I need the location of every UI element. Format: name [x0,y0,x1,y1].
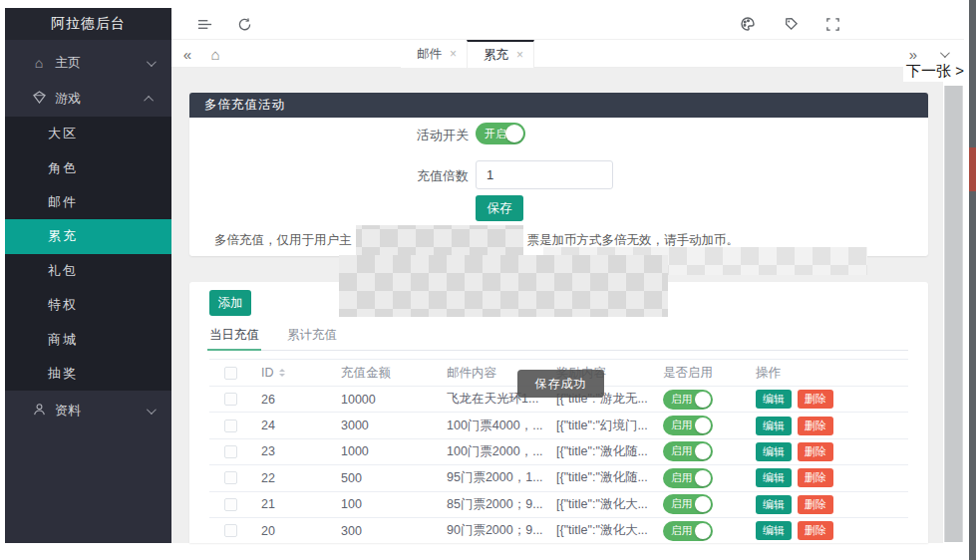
table-row: 2110085门票2000；9...[{"title":"激化大...启用编辑删… [209,492,908,518]
collapse-tabs-icon[interactable]: « [175,40,199,68]
sidebar-subitem[interactable]: 礼包 [5,254,171,288]
reward-cell: [{"title":"幻境门... [546,418,658,434]
edit-button[interactable]: 编辑 [756,495,792,514]
edit-button[interactable]: 编辑 [756,442,792,461]
edit-button[interactable]: 编辑 [756,417,792,435]
toast-message: 保存成功 [517,370,604,398]
sidebar-item-label: 主页 [55,54,81,72]
sidebar-subitem[interactable]: 抽奖 [5,357,171,391]
row-checkbox-cell [209,524,251,537]
toggle-state-label: 启用 [663,393,692,407]
sidebar-subitem[interactable]: 邮件 [5,185,171,219]
delete-button[interactable]: 删除 [798,417,833,435]
multiplier-field-label: 充值倍数 [379,167,469,185]
col-header-amount: 充值金额 [331,365,437,382]
mail-cell: 85门票2000；9... [437,496,546,513]
recharge-list-panel: 添加 当日充值累计充值 ID 充值金额 邮件内容 奖励内容 是否启用 操作 26… [189,282,928,543]
toggle-state-label: 启用 [663,444,692,458]
amount-cell: 10000 [331,393,437,407]
sidebar-item-profile[interactable]: 资料 [5,393,171,428]
enabled-toggle[interactable]: 启用 [663,521,713,541]
viewer-next-image[interactable]: 下一张 > [903,61,967,82]
row-checkbox[interactable] [224,420,237,432]
actions-cell: 编辑删除 [746,495,908,514]
delete-button[interactable]: 删除 [798,521,833,540]
table-row: 2030090门票2000；9...[{"title":"激化大...启用编辑删… [209,518,908,543]
select-all-checkbox[interactable] [224,367,237,380]
sidebar-subitem[interactable]: 特权 [5,288,171,322]
sidebar: 阿拉德后台 ⌂ 主页 游戏 大区角色邮件累充礼包特权商城抽奖 资料 [5,8,171,543]
actions-cell: 编辑删除 [746,521,908,540]
row-checkbox[interactable] [224,393,237,406]
row-checkbox[interactable] [224,445,237,458]
toggle-knob [695,496,711,512]
row-checkbox-cell [209,420,251,432]
delete-button[interactable]: 删除 [798,468,833,487]
close-tab-icon[interactable]: × [450,47,457,61]
delete-button[interactable]: 删除 [798,442,833,461]
delete-button[interactable]: 删除 [798,495,833,514]
reward-cell: [{"title":"激化随... [546,443,658,460]
enabled-toggle[interactable]: 启用 [663,494,713,514]
toggle-knob [695,418,711,433]
row-checkbox[interactable] [224,498,237,511]
table-row: 231000100门票2000，...[{"title":"激化随...启用编辑… [209,439,908,465]
open-tab[interactable]: 邮件× [401,40,467,68]
sidebar-submenu: 大区角色邮件累充礼包特权商城抽奖 [5,117,171,391]
add-button[interactable]: 添加 [209,290,251,316]
refresh-icon[interactable] [231,8,257,40]
viewer-edge [969,0,976,560]
top-toolbar: admin [171,8,964,40]
enabled-cell: 启用 [658,390,746,410]
col-header-actions: 操作 [746,365,908,382]
sidebar-subitem[interactable]: 累充 [5,219,171,253]
sort-icon[interactable] [279,369,285,377]
mail-cell: 90门票2000；9... [437,522,546,539]
delete-button[interactable]: 删除 [798,390,833,409]
home-tab-icon[interactable]: ⌂ [203,40,227,68]
switch-field-label: 活动开关 [379,127,469,144]
sidebar-subitem[interactable]: 角色 [5,150,171,184]
home-icon: ⌂ [31,55,47,71]
enabled-toggle[interactable]: 启用 [663,416,713,435]
recharge-tab[interactable]: 累计充值 [287,324,337,350]
chevron-down-icon [147,57,157,67]
close-tab-icon[interactable]: × [516,48,523,62]
actions-cell: 编辑删除 [746,417,908,435]
sidebar-item-game[interactable]: 游戏 [5,81,171,117]
theme-palette-icon[interactable] [735,8,761,40]
multiplier-input[interactable]: 1 [476,160,613,189]
amount-cell: 500 [331,471,437,485]
menu-fold-icon[interactable] [191,8,217,40]
recharge-tab[interactable]: 当日充值 [209,324,259,350]
recharge-tabs: 当日充值累计充值 [209,324,908,351]
row-checkbox[interactable] [224,524,237,537]
toggle-knob [695,470,711,486]
tag-icon[interactable] [778,8,804,40]
id-cell: 22 [251,471,331,485]
toggle-state-label: 启用 [663,471,692,485]
sidebar-item-home[interactable]: ⌂ 主页 [5,45,171,81]
row-checkbox[interactable] [224,471,237,484]
edit-button[interactable]: 编辑 [756,468,792,487]
amount-cell: 3000 [331,419,437,432]
edit-button[interactable]: 编辑 [756,521,792,540]
save-button[interactable]: 保存 [476,195,523,221]
enabled-toggle[interactable]: 启用 [663,468,713,488]
mail-cell: 100门票2000，... [437,443,546,460]
user-icon [31,403,47,419]
enabled-toggle[interactable]: 启用 [663,441,713,461]
toggle-knob [695,392,711,408]
vertical-scrollbar[interactable] [944,86,963,542]
enabled-toggle[interactable]: 启用 [663,390,713,410]
col-header-id[interactable]: ID [251,366,331,380]
edit-button[interactable]: 编辑 [756,390,792,409]
fullscreen-icon[interactable] [819,8,845,40]
activity-toggle[interactable]: 开启 [476,123,525,144]
mail-cell: 95门票2000，1... [437,469,546,486]
row-checkbox-cell [209,498,251,511]
table-row: 243000100门票4000，...[{"title":"幻境门...启用编辑… [209,413,908,438]
sidebar-subitem[interactable]: 大区 [5,117,171,150]
open-tab[interactable]: 累充× [467,40,534,68]
sidebar-subitem[interactable]: 商城 [5,322,171,356]
